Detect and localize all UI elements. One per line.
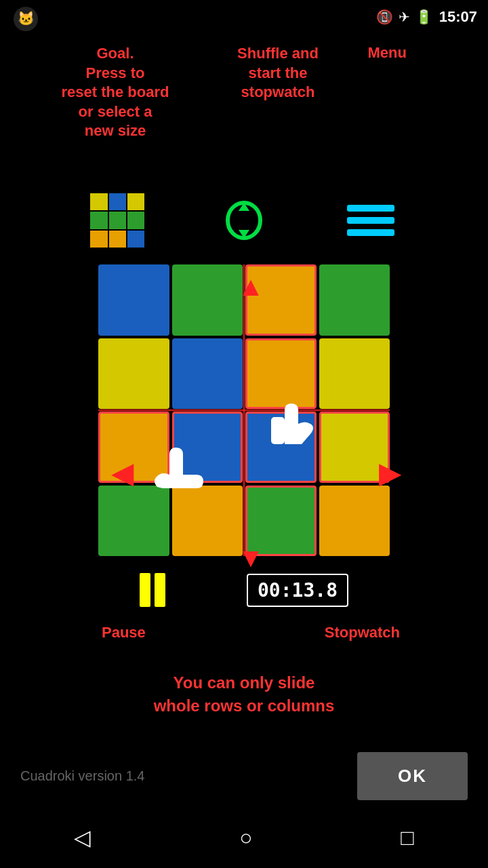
menu-button[interactable] [344, 193, 398, 248]
icon-bar [0, 193, 488, 248]
signal-off-icon: 📵 [376, 9, 393, 25]
status-icons: 📵 ✈ 🔋 [376, 9, 432, 25]
board-cell[interactable] [319, 338, 390, 410]
board-cell[interactable] [98, 486, 169, 557]
board-cell[interactable] [98, 264, 169, 336]
status-bar: 📵 ✈ 🔋 15:07 [0, 0, 488, 34]
status-time: 15:07 [439, 8, 477, 26]
board-cell[interactable] [245, 264, 317, 336]
board-cell[interactable] [172, 486, 243, 557]
shuffle-annotation: Shuffle and start the stopwatch [210, 44, 346, 102]
goal-annotation: Goal. Press to reset the board or select… [37, 44, 193, 141]
controls-area: 00:13.8 [0, 573, 488, 607]
svg-text:🐱: 🐱 [18, 10, 35, 26]
board-cell[interactable] [319, 486, 390, 557]
board-cell[interactable] [98, 338, 169, 410]
board-cell[interactable] [245, 412, 317, 483]
board-cell[interactable] [245, 486, 317, 557]
pause-bar-1 [140, 573, 150, 607]
battery-icon: 🔋 [415, 9, 432, 25]
airplane-icon: ✈ [399, 9, 410, 25]
board-cell[interactable] [172, 264, 243, 336]
board-cell[interactable] [319, 264, 390, 336]
pause-stop-row: 00:13.8 [140, 573, 348, 607]
pause-icon [140, 573, 165, 607]
app-icon: 🐱 [14, 7, 38, 31]
menu-annotation: Menu [368, 44, 407, 62]
pause-label: Pause [102, 624, 146, 642]
pause-bar-2 [155, 573, 165, 607]
menu-line-2 [347, 217, 394, 224]
shuffle-button[interactable] [217, 193, 271, 248]
version-text: Cuadroki version 1.4 [20, 768, 144, 784]
nav-recent-button[interactable]: □ [380, 818, 434, 857]
info-text: You can only slide whole rows or columns [0, 671, 488, 717]
nav-bar: ◁ ○ □ [0, 807, 488, 868]
stopwatch-label: Stopwatch [325, 624, 400, 642]
info-line-2: whole rows or columns [0, 694, 488, 717]
bottom-bar: Cuadroki version 1.4 OK [0, 752, 488, 800]
board-cell[interactable] [98, 412, 169, 483]
menu-line-1 [347, 205, 394, 212]
pause-button[interactable] [140, 573, 165, 607]
nav-home-button[interactable]: ○ [219, 818, 272, 857]
board-cell[interactable] [245, 338, 317, 410]
board-cell[interactable] [319, 412, 390, 483]
stopwatch-display: 00:13.8 [247, 574, 348, 607]
nav-back-button[interactable]: ◁ [54, 818, 111, 857]
menu-line-3 [347, 229, 394, 236]
game-board[interactable] [98, 264, 390, 556]
ok-button[interactable]: OK [357, 752, 468, 800]
goal-icon-button[interactable] [90, 193, 144, 248]
info-line-1: You can only slide [0, 671, 488, 694]
board-cell[interactable] [172, 338, 243, 410]
board-cell[interactable] [172, 412, 243, 483]
board-grid[interactable] [98, 264, 390, 556]
